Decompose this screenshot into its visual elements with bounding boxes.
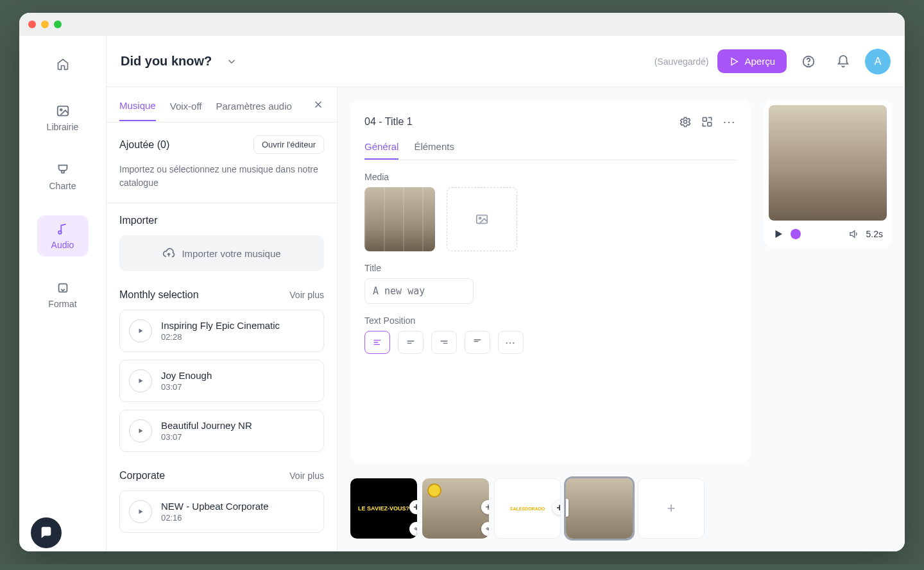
transition-button[interactable]	[409, 522, 417, 536]
title-label: Title	[364, 263, 737, 273]
open-editor-button[interactable]: Ouvrir l'éditeur	[253, 135, 324, 154]
svg-marker-7	[139, 329, 143, 333]
align-right-button[interactable]	[431, 331, 457, 354]
play-button[interactable]	[129, 419, 152, 442]
save-status: (Sauvegardé)	[654, 56, 709, 67]
more-options-button[interactable]: ⋯	[723, 114, 737, 130]
track-duration: 02:28	[161, 332, 280, 342]
svg-marker-9	[139, 429, 143, 433]
play-icon	[137, 377, 144, 385]
close-panel-button[interactable]	[312, 99, 324, 122]
insert-slide-button[interactable]: +	[552, 501, 561, 515]
nav-label: Format	[48, 299, 76, 309]
monthly-more-link[interactable]: Voir plus	[289, 290, 324, 300]
nav-audio[interactable]: Audio	[37, 215, 89, 256]
transition-icon	[413, 525, 417, 533]
expand-icon[interactable]	[701, 115, 714, 128]
preview-button[interactable]: Aperçu	[717, 49, 787, 73]
maximize-window-button[interactable]	[54, 21, 62, 28]
help-button[interactable]	[796, 49, 821, 74]
nav-charte[interactable]: Charte	[37, 156, 89, 197]
tab-musique[interactable]: Musique	[119, 100, 156, 121]
close-window-button[interactable]	[28, 21, 36, 28]
svg-marker-16	[776, 230, 783, 238]
added-heading: Ajoutée (0)	[119, 139, 169, 151]
align-center-icon	[405, 337, 416, 348]
track-item[interactable]: Inspiring Fly Epic Cinematic 02:28	[119, 310, 324, 352]
panel-tabs: Musique Voix-off Paramètres audio	[107, 87, 337, 122]
image-placeholder-icon	[475, 212, 489, 226]
insert-slide-button[interactable]: +	[409, 500, 417, 514]
panel-scroll[interactable]: Ajoutée (0) Ouvrir l'éditeur Importez ou…	[107, 122, 337, 551]
crop-icon	[56, 281, 70, 295]
slide-caption: SALESDORADO	[510, 507, 545, 511]
track-name: Beautiful Journey NR	[161, 420, 252, 431]
workspace: Musique Voix-off Paramètres audio Ajouté…	[107, 87, 905, 551]
timeline-slide-1[interactable]: LE SAVIEZ-VOUS? +	[350, 478, 417, 539]
ellipsis-icon: ⋯	[505, 337, 517, 349]
play-icon	[729, 56, 739, 67]
tab-general[interactable]: Général	[364, 141, 398, 160]
timeline-slide-3[interactable]: SALESDORADO +	[494, 478, 561, 539]
play-button[interactable]	[129, 319, 152, 342]
track-name: NEW - Upbeat Corporate	[161, 501, 269, 512]
user-avatar[interactable]: A	[865, 49, 891, 74]
play-icon	[137, 427, 144, 435]
notifications-button[interactable]	[830, 49, 856, 74]
insert-slide-button[interactable]: +	[481, 500, 489, 514]
svg-rect-12	[703, 117, 706, 121]
align-top-icon	[472, 337, 483, 348]
chevron-down-icon[interactable]	[226, 56, 237, 67]
nav-format[interactable]: Format	[37, 274, 89, 315]
import-music-button[interactable]: Importer votre musique	[119, 235, 324, 271]
preview-volume-button[interactable]	[848, 228, 860, 240]
track-item[interactable]: Beautiful Journey NR 03:07	[119, 410, 324, 452]
track-item[interactable]: NEW - Upbeat Corporate 02:16	[119, 490, 324, 533]
add-media-dropzone[interactable]	[447, 187, 517, 251]
tab-parametres-audio[interactable]: Paramètres audio	[216, 101, 291, 121]
preview-progress-dot[interactable]	[791, 229, 801, 239]
timeline: LE SAVIEZ-VOUS? + + SALESDORADO +	[338, 469, 905, 551]
preview-play-button[interactable]	[773, 228, 784, 240]
canvas-area: 04 - Title 1 ⋯ Général Éléments Media	[338, 87, 905, 551]
track-item[interactable]: Joy Enough 03:07	[119, 360, 324, 402]
svg-point-11	[684, 121, 687, 124]
transition-button[interactable]	[481, 522, 489, 536]
chat-widget-button[interactable]	[31, 517, 62, 548]
track-name: Inspiring Fly Epic Cinematic	[161, 320, 280, 331]
minimize-window-button[interactable]	[41, 21, 49, 28]
monthly-heading: Monthly selection	[119, 289, 199, 301]
import-heading: Importer	[119, 215, 324, 226]
timeline-slide-4[interactable]	[566, 478, 633, 539]
brush-icon	[56, 163, 70, 177]
main-column: Did you know? (Sauvegardé) Aperçu A	[107, 36, 905, 551]
music-note-icon	[56, 222, 70, 236]
align-left-button[interactable]	[364, 331, 390, 354]
svg-point-15	[479, 217, 481, 219]
media-thumbnail[interactable]	[364, 187, 435, 251]
align-top-button[interactable]	[465, 331, 490, 354]
nav-librairie[interactable]: Librairie	[37, 97, 89, 138]
add-slide-button[interactable]: +	[638, 478, 705, 539]
tab-voix-off[interactable]: Voix-off	[170, 101, 202, 121]
media-label: Media	[364, 172, 737, 182]
tab-elements[interactable]: Éléments	[414, 141, 454, 160]
slide-caption: LE SAVIEZ-VOUS?	[358, 505, 409, 512]
nav-home[interactable]	[37, 51, 89, 77]
more-positions-button[interactable]: ⋯	[498, 331, 524, 354]
preview-image[interactable]	[769, 105, 887, 221]
svg-marker-4	[732, 58, 737, 65]
transition-icon	[484, 525, 489, 533]
svg-marker-10	[139, 510, 143, 514]
gear-icon[interactable]	[679, 115, 692, 128]
play-button[interactable]	[129, 500, 152, 523]
align-center-button[interactable]	[398, 331, 424, 354]
corporate-more-link[interactable]: Voir plus	[289, 471, 324, 481]
nav-label: Librairie	[47, 122, 79, 132]
trim-handle[interactable]	[566, 499, 569, 517]
document-title: Did you know?	[121, 54, 212, 69]
play-button[interactable]	[129, 369, 152, 392]
timeline-slide-2[interactable]: +	[422, 478, 489, 539]
scene-title: 04 - Title 1	[364, 116, 413, 128]
title-input[interactable]	[364, 278, 474, 304]
